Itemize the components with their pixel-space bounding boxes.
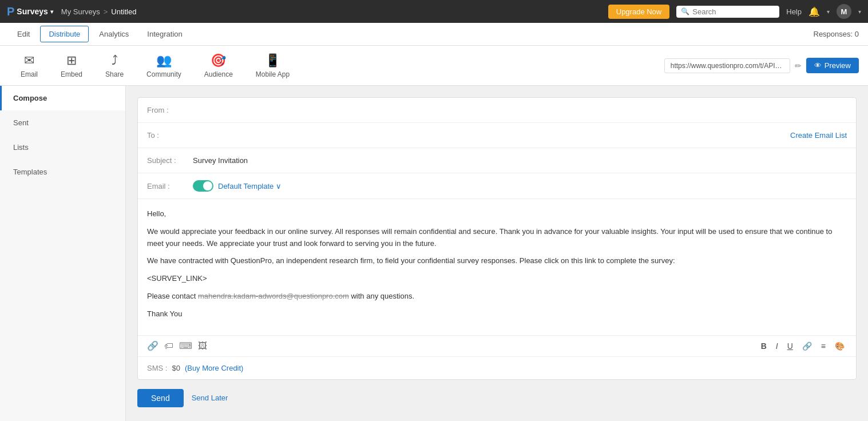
share-icon: ⤴ xyxy=(112,53,118,68)
greeting: Hello, xyxy=(147,208,847,220)
bell-icon[interactable]: 🔔 xyxy=(808,6,820,17)
community-nav-label: Community xyxy=(146,70,181,78)
breadcrumb-my-surveys[interactable]: My Surveys xyxy=(61,7,100,16)
underline-button[interactable]: U xyxy=(785,340,795,352)
top-nav-right: Upgrade Now 🔍 Help 🔔 ▾ M ▾ xyxy=(608,4,861,19)
audience-nav-label: Audience xyxy=(204,70,233,78)
body-paragraph-2: We have contracted with QuestionPro, an … xyxy=(147,255,847,267)
icon-nav-email[interactable]: ✉ Email xyxy=(9,49,49,83)
contact-prefix: Please contact xyxy=(147,292,196,300)
user-avatar[interactable]: M xyxy=(837,4,851,19)
breadcrumb-separator: > xyxy=(104,7,108,16)
logo-p: P xyxy=(7,5,14,18)
contact-email: mahendra.kadam-adwords@questionpro.com xyxy=(198,292,349,300)
italic-button[interactable]: I xyxy=(774,340,780,352)
default-template-dropdown[interactable]: Default Template ∨ xyxy=(218,182,282,190)
app-name: Surveys xyxy=(17,7,47,16)
help-label[interactable]: Help xyxy=(786,7,802,16)
to-row: To : Create Email List xyxy=(138,123,856,148)
keyboard-icon[interactable]: ⌨ xyxy=(179,340,192,351)
sidebar: Compose Sent Lists Templates xyxy=(0,86,126,421)
tag-icon[interactable]: 🏷 xyxy=(164,341,173,351)
hyperlink-button[interactable]: 🔗 xyxy=(800,340,814,352)
app-dropdown-arrow[interactable]: ▾ xyxy=(50,9,53,15)
palette-icon[interactable]: 🎨 xyxy=(833,340,847,352)
search-icon: 🔍 xyxy=(681,7,689,15)
search-box: 🔍 xyxy=(676,6,779,18)
link-icon[interactable]: 🔗 xyxy=(147,340,158,351)
responses-count: Responses: 0 xyxy=(814,30,859,38)
image-icon[interactable]: 🖼 xyxy=(198,341,207,351)
icon-nav-mobile-app[interactable]: 📱 Mobile App xyxy=(244,49,301,83)
from-label: From : xyxy=(147,106,193,114)
breadcrumb: My Surveys > Untitled xyxy=(61,7,137,16)
email-body[interactable]: Hello, We would appreciate your feedback… xyxy=(138,199,856,335)
edit-url-icon[interactable]: ✏ xyxy=(795,61,802,70)
preview-label: Preview xyxy=(825,61,851,70)
sidebar-item-sent[interactable]: Sent xyxy=(0,110,125,135)
email-form: From : To : Create Email List Subject : … xyxy=(137,97,857,380)
create-email-list-link[interactable]: Create Email List xyxy=(790,131,847,140)
icon-nav-community[interactable]: 👥 Community xyxy=(135,49,193,83)
preview-button[interactable]: 👁 Preview xyxy=(806,58,859,73)
toggle-wrapper: Default Template ∨ xyxy=(193,180,282,192)
email-body-wrapper: Hello, We would appreciate your feedback… xyxy=(138,199,856,335)
body-paragraph-1: We would appreciate your feedback in our… xyxy=(147,226,847,250)
breadcrumb-current: Untitled xyxy=(111,7,136,16)
footer-buttons: Send Send Later xyxy=(137,380,857,412)
survey-link: <SURVEY_LINK> xyxy=(147,273,847,285)
community-icon: 👥 xyxy=(156,53,172,68)
buy-more-credit-link[interactable]: (Buy More Credit) xyxy=(185,364,244,372)
dropdown-arrow-bell: ▾ xyxy=(827,9,830,15)
template-dropdown-arrow[interactable]: ∨ xyxy=(276,182,282,190)
contact-line: Please contact mahendra.kadam-adwords@qu… xyxy=(147,291,847,303)
email-template-row: Email : Default Template ∨ xyxy=(138,173,856,199)
email-label: Email : xyxy=(147,182,193,190)
mobile-app-nav-label: Mobile App xyxy=(256,70,290,78)
email-nav-label: Email xyxy=(21,70,38,78)
email-toolbar: 🔗 🏷 ⌨ 🖼 B I U 🔗 ≡ 🎨 xyxy=(138,335,856,357)
embed-icon: ⊞ xyxy=(66,53,77,68)
send-button[interactable]: Send xyxy=(137,389,184,407)
top-navigation: P Surveys ▾ My Surveys > Untitled Upgrad… xyxy=(0,0,868,23)
send-later-button[interactable]: Send Later xyxy=(192,394,228,402)
nav-integration[interactable]: Integration xyxy=(139,26,190,42)
format-toolbar: B I U 🔗 ≡ 🎨 xyxy=(759,340,847,352)
second-navigation: Edit Distribute Analytics Integration Re… xyxy=(0,23,868,46)
bold-button[interactable]: B xyxy=(759,340,769,352)
sidebar-item-compose[interactable]: Compose xyxy=(0,86,125,110)
sidebar-item-templates[interactable]: Templates xyxy=(0,160,125,184)
contact-suffix: with any questions. xyxy=(351,292,414,300)
embed-nav-label: Embed xyxy=(61,70,82,78)
email-toggle[interactable] xyxy=(193,180,213,192)
mobile-app-icon: 📱 xyxy=(265,53,280,68)
sms-amount: $0 xyxy=(172,364,180,372)
nav-analytics[interactable]: Analytics xyxy=(91,26,137,42)
survey-url-display: https://www.questionpro.com/t/APITFZe xyxy=(664,58,790,73)
icon-nav-embed[interactable]: ⊞ Embed xyxy=(49,49,94,83)
user-dropdown-arrow[interactable]: ▾ xyxy=(858,9,861,15)
subject-label: Subject : xyxy=(147,156,193,165)
icon-nav-share[interactable]: ⤴ Share xyxy=(94,49,135,83)
email-icon: ✉ xyxy=(24,53,34,68)
app-logo[interactable]: P Surveys ▾ xyxy=(7,5,53,18)
sms-row: SMS : $0 (Buy More Credit) xyxy=(138,357,856,379)
icon-nav-audience[interactable]: 🎯 Audience xyxy=(193,49,244,83)
upgrade-button[interactable]: Upgrade Now xyxy=(608,5,670,19)
main-layout: Compose Sent Lists Templates From : To :… xyxy=(0,86,868,421)
nav-edit[interactable]: Edit xyxy=(9,26,38,42)
subject-row: Subject : Survey Invitation xyxy=(138,148,856,173)
sidebar-item-lists[interactable]: Lists xyxy=(0,135,125,160)
sms-label: SMS : xyxy=(147,364,167,372)
share-nav-label: Share xyxy=(105,70,124,78)
content-area: From : To : Create Email List Subject : … xyxy=(126,86,868,421)
subject-value[interactable]: Survey Invitation xyxy=(193,156,248,165)
search-input[interactable] xyxy=(692,7,775,16)
default-template-label: Default Template xyxy=(218,182,274,190)
align-button[interactable]: ≡ xyxy=(819,340,828,352)
audience-icon: 🎯 xyxy=(211,53,226,68)
to-label: To : xyxy=(147,131,193,140)
nav-distribute[interactable]: Distribute xyxy=(40,26,89,42)
icon-navigation: ✉ Email ⊞ Embed ⤴ Share 👥 Community 🎯 Au… xyxy=(0,46,868,86)
preview-eye-icon: 👁 xyxy=(814,61,822,70)
